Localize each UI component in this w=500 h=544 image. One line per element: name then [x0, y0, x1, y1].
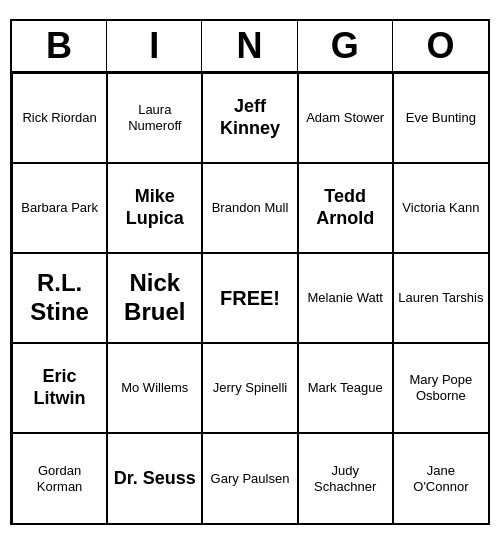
bingo-header-letter: O — [393, 21, 488, 71]
bingo-header-letter: N — [202, 21, 297, 71]
bingo-cell: Jane O'Connor — [393, 433, 488, 523]
bingo-cell: Mary Pope Osborne — [393, 343, 488, 433]
bingo-cell: Melanie Watt — [298, 253, 393, 343]
bingo-cell: Rick Riordan — [12, 73, 107, 163]
bingo-header: BINGO — [12, 21, 488, 73]
bingo-cell: Brandon Mull — [202, 163, 297, 253]
bingo-cell: Nick Bruel — [107, 253, 202, 343]
bingo-cell: Tedd Arnold — [298, 163, 393, 253]
bingo-cell: Lauren Tarshis — [393, 253, 488, 343]
bingo-cell: Dr. Seuss — [107, 433, 202, 523]
bingo-cell: R.L. Stine — [12, 253, 107, 343]
bingo-cell: Victoria Kann — [393, 163, 488, 253]
bingo-header-letter: G — [298, 21, 393, 71]
bingo-cell: Laura Numeroff — [107, 73, 202, 163]
bingo-cell: Mo Willems — [107, 343, 202, 433]
bingo-cell: Adam Stower — [298, 73, 393, 163]
bingo-cell: Jerry Spinelli — [202, 343, 297, 433]
bingo-header-letter: B — [12, 21, 107, 71]
bingo-grid: Rick RiordanLaura NumeroffJeff KinneyAda… — [12, 73, 488, 523]
bingo-cell: Barbara Park — [12, 163, 107, 253]
bingo-cell: FREE! — [202, 253, 297, 343]
bingo-cell: Eve Bunting — [393, 73, 488, 163]
bingo-header-letter: I — [107, 21, 202, 71]
bingo-cell: Eric Litwin — [12, 343, 107, 433]
bingo-card: BINGO Rick RiordanLaura NumeroffJeff Kin… — [10, 19, 490, 525]
bingo-cell: Gary Paulsen — [202, 433, 297, 523]
bingo-cell: Gordan Korman — [12, 433, 107, 523]
bingo-cell: Jeff Kinney — [202, 73, 297, 163]
bingo-cell: Mike Lupica — [107, 163, 202, 253]
bingo-cell: Mark Teague — [298, 343, 393, 433]
bingo-cell: Judy Schachner — [298, 433, 393, 523]
